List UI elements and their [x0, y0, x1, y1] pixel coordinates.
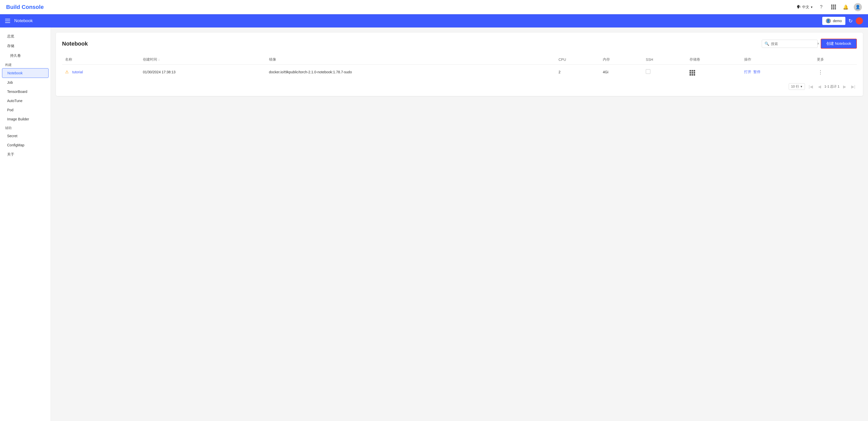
- language-selector[interactable]: 🗣 中文 ▼: [797, 4, 813, 10]
- page-size-selector[interactable]: 10 行 ▼: [789, 83, 805, 90]
- sort-down-icon: ↓: [158, 58, 160, 61]
- bell-icon: 🔔: [843, 4, 848, 10]
- cell-action: 打开 暂停: [741, 65, 814, 79]
- main-layout: 总览 存储 持久卷 构建 Notebook Job TensorBoard Au…: [0, 27, 868, 421]
- chevron-down-icon: ▼: [810, 6, 813, 9]
- top-nav-right: 🗣 中文 ▼ ? 🔔 👤: [797, 3, 862, 11]
- auxiliary-section-label: 辅助: [5, 126, 12, 130]
- sidebar-item-persistent-volume[interactable]: 持久卷: [2, 51, 49, 61]
- sidebar-item-configmap[interactable]: ConfigMap: [2, 141, 49, 150]
- page-size-label: 10 行: [791, 84, 799, 89]
- cell-memory: 4Gi: [600, 65, 643, 79]
- grid-menu-button[interactable]: [829, 3, 837, 11]
- top-navigation: Build Console 🗣 中文 ▼ ? 🔔: [0, 0, 868, 14]
- col-action: 操作: [741, 55, 814, 65]
- col-more-label: 更多: [817, 57, 824, 61]
- col-cpu: CPU: [556, 55, 600, 65]
- pagination: 10 行 ▼ |◀ ◀ 1-1 总计 1 ▶ ▶|: [62, 79, 857, 90]
- lang-label: 中文: [802, 5, 809, 9]
- cell-created-time: 01/30/2024 17:38:13: [140, 65, 266, 79]
- sidebar-item-overview[interactable]: 总览: [2, 32, 49, 41]
- notebook-label: Notebook: [7, 71, 23, 75]
- search-icon: 🔍: [765, 41, 769, 46]
- sidebar-item-notebook[interactable]: Notebook: [2, 68, 49, 78]
- content-card: Notebook 🔍 ✕ 创建 Notebook 名称: [56, 33, 863, 96]
- col-memory: 内存: [600, 55, 643, 65]
- demo-user-button[interactable]: 👤 demo: [822, 17, 845, 25]
- sidebar-item-job[interactable]: Job: [2, 78, 49, 87]
- table-row: ⚠ tutorial 01/30/2024 17:38:13 docker.io…: [62, 65, 857, 79]
- sub-header-left: Notebook: [5, 18, 33, 23]
- col-created-time[interactable]: 创建时间 ↓: [140, 55, 266, 65]
- cell-cpu: 2: [556, 65, 600, 79]
- open-action-link[interactable]: 打开: [744, 70, 751, 74]
- col-action-label: 操作: [744, 57, 751, 61]
- storage-grid-icon[interactable]: [689, 70, 695, 76]
- last-page-button[interactable]: ▶|: [850, 84, 857, 90]
- ssh-checkbox[interactable]: [646, 69, 650, 74]
- demo-label: demo: [833, 19, 842, 23]
- person-icon: 👤: [855, 5, 860, 9]
- first-page-button[interactable]: |◀: [807, 84, 814, 90]
- refresh-button[interactable]: ↻: [848, 18, 853, 24]
- search-input[interactable]: [771, 42, 815, 46]
- user-avatar[interactable]: 👤: [854, 3, 862, 11]
- sidebar-item-autotune[interactable]: AutoTune: [2, 96, 49, 105]
- pause-action-link[interactable]: 暂停: [753, 70, 761, 74]
- refresh-icon: ↻: [848, 18, 853, 24]
- next-page-button[interactable]: ▶: [842, 84, 848, 90]
- cell-name: ⚠ tutorial: [62, 65, 140, 79]
- page-info: 1-1 总计 1: [825, 84, 839, 89]
- top-nav-left: Build Console: [6, 4, 44, 10]
- sidebar-item-pod[interactable]: Pod: [2, 105, 49, 115]
- sidebar-section-build: 构建: [0, 61, 51, 68]
- col-ssh-label: SSH: [646, 58, 653, 62]
- sidebar-item-secret[interactable]: Secret: [2, 131, 49, 141]
- job-label: Job: [7, 80, 13, 85]
- col-created-time-label: 创建时间: [143, 57, 157, 62]
- secret-label: Secret: [7, 134, 17, 138]
- sidebar-item-storage[interactable]: 存储: [2, 41, 49, 51]
- col-storage-label: 存储卷: [689, 57, 700, 61]
- menu-toggle-button[interactable]: [5, 19, 10, 23]
- sidebar-item-image-builder[interactable]: Image Builder: [2, 115, 49, 124]
- about-label: 关于: [7, 152, 14, 156]
- sidebar-item-tensorboard[interactable]: TensorBoard: [2, 87, 49, 96]
- clear-search-icon[interactable]: ✕: [817, 42, 820, 46]
- status-warning-icon: ⚠: [65, 69, 69, 74]
- translate-icon: 🗣: [797, 4, 801, 10]
- col-name-label: 名称: [65, 57, 72, 61]
- sub-header: Notebook 👤 demo ↻: [0, 14, 868, 27]
- ellipsis-vertical-icon: ⋮: [818, 69, 823, 75]
- col-more: 更多: [814, 55, 857, 65]
- pod-label: Pod: [7, 108, 13, 112]
- image-builder-label: Image Builder: [7, 117, 29, 121]
- help-button[interactable]: ?: [817, 3, 825, 11]
- col-cpu-label: CPU: [559, 58, 566, 62]
- notebook-table: 名称 创建时间 ↓ 镜像 CPU: [62, 55, 857, 79]
- more-options-button[interactable]: ⋮: [817, 69, 854, 75]
- build-section-label: 构建: [5, 63, 12, 67]
- sidebar: 总览 存储 持久卷 构建 Notebook Job TensorBoard Au…: [0, 27, 51, 421]
- notebook-name-link[interactable]: tutorial: [72, 70, 83, 74]
- cell-more: ⋮: [814, 65, 857, 79]
- configmap-label: ConfigMap: [7, 143, 24, 147]
- create-notebook-button[interactable]: 创建 Notebook: [821, 39, 857, 49]
- col-image-label: 镜像: [269, 57, 276, 61]
- col-name: 名称: [62, 55, 140, 65]
- page-header-right: 🔍 ✕ 创建 Notebook: [762, 39, 857, 49]
- autotune-label: AutoTune: [7, 99, 22, 103]
- table-header-row: 名称 创建时间 ↓ 镜像 CPU: [62, 55, 857, 65]
- cell-ssh: [643, 65, 686, 79]
- sidebar-item-about[interactable]: 关于: [2, 150, 49, 159]
- brand-title[interactable]: Build Console: [6, 4, 44, 10]
- persistent-volume-label: 持久卷: [10, 53, 21, 58]
- storage-label: 存储: [7, 44, 14, 48]
- notification-button[interactable]: 🔔: [842, 3, 850, 11]
- cell-image: docker.io/t9kpublic/torch-2.1.0-notebook…: [266, 65, 556, 79]
- status-toggle[interactable]: [856, 17, 863, 24]
- sub-header-title: Notebook: [14, 18, 33, 23]
- sub-header-right: 👤 demo ↻: [822, 17, 863, 25]
- col-image: 镜像: [266, 55, 556, 65]
- prev-page-button[interactable]: ◀: [816, 84, 823, 90]
